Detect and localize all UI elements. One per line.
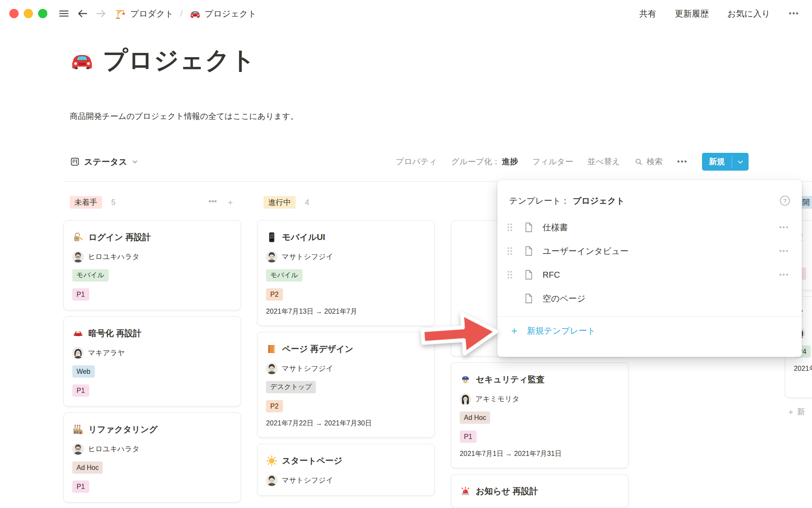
page-description: 商品開発チームのプロジェクト情報の全てはここにあります。 xyxy=(70,111,298,122)
card-person: マサトシフジイ xyxy=(266,251,426,262)
tag-pill: Ad Hoc xyxy=(72,461,103,474)
card-title: リファクタリング xyxy=(88,422,158,436)
board-card[interactable]: お知らせ 再設計 xyxy=(451,474,628,508)
template-item-more-button[interactable]: ••• xyxy=(779,271,789,279)
new-button-group: 新規 xyxy=(702,153,749,171)
card-person: マキアラヤ xyxy=(72,347,232,359)
breadcrumb-item[interactable]: プロダクト xyxy=(115,8,173,19)
topbar-action-お気に入り[interactable]: お気に入り xyxy=(727,8,770,19)
car-icon xyxy=(189,8,201,19)
helmet-icon xyxy=(72,328,84,339)
kanban-column-in-progress: 進行中4モバイルUIマサトシフジイモバイルP22021年7月13日 → 2021… xyxy=(257,196,435,496)
board-card[interactable]: ページ 再デザインマサトシフジイデスクトップP22021年7月22日 → 202… xyxy=(257,332,435,438)
template-item-ユーザーインタビュー[interactable]: ユーザーインタビュー••• xyxy=(497,239,802,263)
sidebar-menu-icon[interactable] xyxy=(58,7,70,20)
toolbar-item-グループ化[interactable]: グループ化：進捗 xyxy=(451,156,518,167)
board-view-icon xyxy=(70,157,80,167)
card-dates: 2021年7月22日 → 2021年7月30日 xyxy=(266,419,426,428)
crane-icon xyxy=(115,8,126,19)
search-icon xyxy=(634,157,643,166)
tag-pill: P1 xyxy=(72,384,89,397)
breadcrumb-item[interactable]: プロジェクト xyxy=(189,8,257,19)
view-switcher[interactable]: ステータス xyxy=(70,156,138,168)
topbar-action-共有[interactable]: 共有 xyxy=(639,8,656,19)
toolbar-item-プロパティ[interactable]: プロパティ xyxy=(396,156,437,167)
template-item-空のページ[interactable]: 空のページ xyxy=(497,287,802,310)
breadcrumb-label: プロダクト xyxy=(130,8,173,19)
toolbar-more-button[interactable]: ••• xyxy=(677,157,688,166)
window-controls xyxy=(9,9,47,18)
plus-icon: ＋ xyxy=(509,326,519,336)
template-item-more-button[interactable]: ••• xyxy=(779,247,789,255)
column-add-button[interactable]: ＋ xyxy=(226,197,234,208)
drag-handle-icon[interactable] xyxy=(508,271,514,279)
tag-pill: デスクトップ xyxy=(266,381,316,393)
topbar-action-更新履歴[interactable]: 更新履歴 xyxy=(675,8,709,19)
template-popup-title-value: プロジェクト xyxy=(573,195,625,207)
board-card[interactable]: ログイン 再設計ヒロユキハラタモバイルP1 xyxy=(63,220,241,310)
drag-handle-icon[interactable] xyxy=(508,247,514,255)
avatar xyxy=(72,251,84,262)
new-button[interactable]: 新規 xyxy=(702,153,732,171)
column-header: 進行中4 xyxy=(257,196,435,209)
tag-pill: P1 xyxy=(460,431,477,443)
help-icon[interactable]: ? xyxy=(779,195,791,207)
board-card[interactable]: リファクタリングヒロユキハラタAd HocP1 xyxy=(63,412,241,502)
column-more-button[interactable]: ••• xyxy=(208,197,217,208)
tag-pill: P1 xyxy=(72,288,89,301)
card-person: アキミモリタ xyxy=(460,393,620,405)
avatar xyxy=(72,443,84,455)
board-card[interactable]: モバイルUIマサトシフジイモバイルP22021年7月13日 → 2021年7月 xyxy=(257,220,435,326)
new-button-chevron[interactable] xyxy=(732,153,749,171)
column-add-card-button[interactable]: ＋ 新 xyxy=(787,406,812,417)
page-icon xyxy=(523,222,534,233)
drag-handle-icon[interactable] xyxy=(508,224,514,231)
topbar-actions: 共有更新履歴お気に入り••• xyxy=(639,8,799,19)
template-item-仕様書[interactable]: 仕様書••• xyxy=(497,215,802,239)
card-person: ヒロユキハラタ xyxy=(72,443,232,455)
person-name: マサトシフジイ xyxy=(282,475,333,485)
page-car-icon[interactable] xyxy=(70,48,94,73)
card-title: 暗号化 再設計 xyxy=(88,326,142,340)
tag-pill: P2 xyxy=(266,288,283,301)
board-card[interactable]: スタートページマサトシフジイ xyxy=(257,444,435,496)
tag-pill: Ad Hoc xyxy=(460,411,490,424)
card-title: お知らせ 再設計 xyxy=(476,484,538,498)
back-arrow-icon[interactable] xyxy=(76,7,89,20)
template-item-label: 仕様書 xyxy=(543,222,568,233)
card-dates-fragment: 2021年 xyxy=(794,364,812,373)
template-item-more-button[interactable]: ••• xyxy=(779,223,789,232)
board-card[interactable]: 暗号化 再設計マキアラヤWebP1 xyxy=(63,316,241,406)
board-card[interactable]: セキュリティ監査アキミモリタAd HocP12021年7月1日 → 2021年7… xyxy=(451,362,628,468)
toolbar-item-並べ替え[interactable]: 並べ替え xyxy=(587,156,620,167)
forward-arrow-icon[interactable] xyxy=(95,7,107,20)
phone-icon xyxy=(266,232,277,243)
card-title: ログイン 再設計 xyxy=(88,230,151,244)
avatar xyxy=(460,393,471,405)
search-label: 検索 xyxy=(647,156,663,167)
template-item-label: 空のページ xyxy=(543,293,585,304)
breadcrumb-label: プロジェクト xyxy=(205,8,257,19)
search-button[interactable]: 検索 xyxy=(634,156,663,167)
page-title: プロジェクト xyxy=(103,44,256,77)
minimize-window-button[interactable] xyxy=(24,9,33,18)
toolbar-item-フィルター[interactable]: フィルター xyxy=(532,156,573,167)
chevron-down-icon xyxy=(132,158,138,165)
template-item-RFC[interactable]: RFC••• xyxy=(497,263,802,287)
avatar xyxy=(72,347,84,359)
person-name: マキアラヤ xyxy=(88,348,125,358)
zoom-window-button[interactable] xyxy=(38,9,47,18)
new-template-button[interactable]: ＋ 新規テンプレート xyxy=(497,317,802,345)
tag-pill: P1 xyxy=(72,480,89,493)
close-window-button[interactable] xyxy=(9,9,19,18)
view-label: ステータス xyxy=(84,156,127,168)
template-item-label: ユーザーインタビュー xyxy=(543,246,628,257)
page-icon xyxy=(523,269,534,280)
card-dates: 2021年7月13日 → 2021年7月 xyxy=(266,307,426,316)
topbar-more-button[interactable]: ••• xyxy=(789,9,799,18)
page-icon xyxy=(523,293,534,304)
template-popup: テンプレート： プロジェクト ? 仕様書•••ユーザーインタビュー•••RFC•… xyxy=(497,180,802,357)
column-count: 4 xyxy=(305,198,309,207)
card-dates: 2021年7月1日 → 2021年7月31日 xyxy=(460,450,620,458)
page-icon xyxy=(523,246,534,257)
